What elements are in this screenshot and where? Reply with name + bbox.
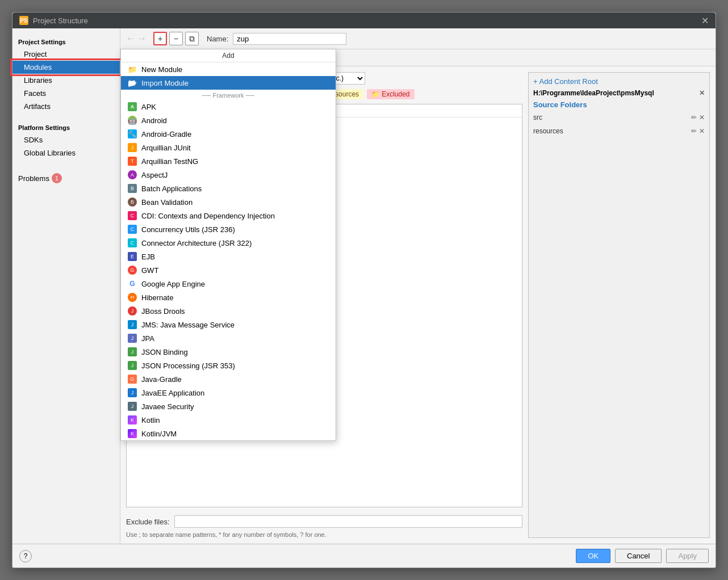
dialog-footer: ? OK Cancel Apply bbox=[12, 544, 716, 568]
import-module-icon: 📂 bbox=[128, 78, 137, 87]
arquillian-junit-icon: J bbox=[128, 143, 137, 152]
sidebar-item-artifacts[interactable]: Artifacts bbox=[12, 100, 120, 113]
platform-settings-title: Platform Settings bbox=[12, 120, 120, 133]
kotlin-item[interactable]: K Kotlin bbox=[121, 413, 336, 427]
project-structure-window: PS Project Structure ✕ Project Settings … bbox=[12, 12, 716, 568]
gwt-item[interactable]: G GWT bbox=[121, 263, 336, 277]
ejb-item[interactable]: E EJB bbox=[121, 250, 336, 263]
android-gradle-item[interactable]: 🔧 Android-Gradle bbox=[121, 127, 336, 141]
cancel-button[interactable]: Cancel bbox=[615, 549, 662, 563]
jms-item[interactable]: J JMS: Java Message Service bbox=[121, 318, 336, 331]
google-app-engine-item[interactable]: G Google App Engine bbox=[121, 277, 336, 291]
src-edit-icon[interactable]: ✏ bbox=[691, 114, 697, 121]
main-content: Project Settings Project Modules Librari… bbox=[12, 28, 716, 544]
batch-applications-item[interactable]: B Batch Applications bbox=[121, 182, 336, 195]
ejb-icon: E bbox=[128, 252, 137, 261]
connector-label: Connector Architecture (JSR 322) bbox=[141, 239, 252, 247]
ok-button[interactable]: OK bbox=[576, 549, 610, 563]
cdi-item[interactable]: C CDI: Contexts and Dependency Injection bbox=[121, 209, 336, 222]
title-bar-left: PS Project Structure bbox=[19, 16, 88, 25]
arquillian-junit-item[interactable]: J Arquillian JUnit bbox=[121, 141, 336, 154]
apk-label: APK bbox=[141, 103, 156, 111]
hibernate-label: Hibernate bbox=[141, 293, 173, 302]
src-delete-icon[interactable]: ✕ bbox=[699, 114, 705, 121]
content-root-path-text: H:\Programme\IdeaProject\pmsMysql bbox=[533, 89, 654, 97]
jboss-item[interactable]: J JBoss Drools bbox=[121, 304, 336, 318]
excluded-icon: 📁 bbox=[371, 90, 380, 98]
exclude-hint: Use ; to separate name patterns, * for a… bbox=[126, 531, 522, 538]
json-binding-item[interactable]: J JSON Binding bbox=[121, 345, 336, 359]
name-input[interactable] bbox=[233, 33, 346, 45]
close-button[interactable]: ✕ bbox=[701, 16, 709, 24]
batch-icon: B bbox=[128, 184, 137, 193]
resources-delete-icon[interactable]: ✕ bbox=[699, 127, 705, 135]
sidebar-item-modules[interactable]: Modules bbox=[12, 61, 120, 74]
jms-label: JMS: Java Message Service bbox=[141, 321, 235, 329]
sidebar-item-global-libraries[interactable]: Global Libraries bbox=[12, 146, 120, 159]
aspectj-icon: A bbox=[128, 170, 137, 179]
apply-button[interactable]: Apply bbox=[666, 549, 709, 563]
aspectj-item[interactable]: A AspectJ bbox=[121, 168, 336, 182]
connector-item[interactable]: C Connector Architecture (JSR 322) bbox=[121, 236, 336, 250]
hibernate-icon: H bbox=[128, 293, 137, 302]
add-content-root-button[interactable]: + Add Content Root bbox=[533, 77, 705, 86]
src-folder-name: src bbox=[533, 114, 542, 121]
resources-edit-icon[interactable]: ✏ bbox=[691, 127, 697, 135]
exclude-area: Exclude files: Use ; to separate name pa… bbox=[126, 512, 522, 538]
concurrency-icon: C bbox=[128, 225, 137, 234]
arquillian-testng-item[interactable]: T Arquillian TestNG bbox=[121, 154, 336, 168]
arquillian-testng-label: Arquillian TestNG bbox=[141, 157, 198, 166]
bean-validation-item[interactable]: B Bean Validation bbox=[121, 195, 336, 209]
copy-button[interactable]: ⧉ bbox=[185, 32, 199, 45]
source-folders-title: Source Folders bbox=[533, 100, 705, 109]
add-button[interactable]: + bbox=[153, 32, 167, 45]
bean-validation-label: Bean Validation bbox=[141, 198, 193, 207]
javaee-security-label: Javaee Security bbox=[141, 402, 194, 411]
forward-arrow[interactable]: → bbox=[137, 33, 147, 44]
src-folder-item: src ✏ ✕ bbox=[533, 112, 705, 123]
java-gradle-item[interactable]: G Java-Gradle bbox=[121, 372, 336, 386]
nav-arrows: ← → bbox=[126, 33, 147, 44]
apk-item[interactable]: A APK bbox=[121, 100, 336, 114]
toolbar: ← → + − ⧉ Name: Add 📁 New Module 📂 bbox=[120, 28, 716, 49]
javaee-security-item[interactable]: J Javaee Security bbox=[121, 400, 336, 413]
content-root-close-icon[interactable]: ✕ bbox=[699, 89, 705, 97]
android-item[interactable]: 🤖 Android bbox=[121, 114, 336, 127]
content-root-path: H:\Programme\IdeaProject\pmsMysql ✕ bbox=[533, 89, 705, 97]
window-title: Project Structure bbox=[33, 16, 88, 25]
help-button[interactable]: ? bbox=[19, 550, 32, 562]
framework-section-title: ── Framework ── bbox=[121, 90, 336, 100]
hibernate-item[interactable]: H Hibernate bbox=[121, 291, 336, 304]
sidebar-item-libraries[interactable]: Libraries bbox=[12, 74, 120, 87]
new-module-icon: 📁 bbox=[128, 65, 137, 74]
sidebar-item-project[interactable]: Project bbox=[12, 48, 120, 61]
json-processing-label: JSON Processing (JSR 353) bbox=[141, 362, 235, 370]
back-arrow[interactable]: ← bbox=[126, 33, 135, 44]
remove-button[interactable]: − bbox=[169, 32, 183, 45]
android-label: Android bbox=[141, 116, 167, 125]
badge-excluded[interactable]: 📁 Excluded bbox=[367, 89, 414, 99]
aspectj-label: AspectJ bbox=[141, 171, 168, 179]
concurrency-label: Concurrency Utils (JSR 236) bbox=[141, 225, 235, 234]
sidebar-item-facets[interactable]: Facets bbox=[12, 87, 120, 100]
concurrency-item[interactable]: C Concurrency Utils (JSR 236) bbox=[121, 222, 336, 236]
kotlin-jvm-icon: K bbox=[128, 429, 137, 438]
javaee-application-item[interactable]: J JavaEE Application bbox=[121, 386, 336, 400]
title-bar: PS Project Structure ✕ bbox=[12, 12, 716, 28]
json-processing-item[interactable]: J JSON Processing (JSR 353) bbox=[121, 359, 336, 372]
gwt-icon: G bbox=[128, 266, 137, 275]
google-icon: G bbox=[128, 279, 137, 288]
jpa-item[interactable]: J JPA bbox=[121, 331, 336, 345]
kotlin-jvm-item[interactable]: K Kotlin/JVM bbox=[121, 427, 336, 440]
import-module-item[interactable]: 📂 Import Module bbox=[121, 76, 336, 90]
json-binding-icon: J bbox=[128, 347, 137, 356]
google-app-engine-label: Google App Engine bbox=[141, 280, 205, 288]
content-area: ← → + − ⧉ Name: Add 📁 New Module 📂 bbox=[120, 28, 716, 544]
resources-folder-name: resources bbox=[533, 127, 563, 135]
new-module-item[interactable]: 📁 New Module bbox=[121, 62, 336, 76]
exclude-input[interactable] bbox=[174, 515, 522, 528]
problems-section: Problems 1 bbox=[12, 171, 120, 186]
sidebar-item-sdks[interactable]: SDKs bbox=[12, 133, 120, 146]
bean-icon: B bbox=[128, 197, 137, 207]
problems-badge: 1 bbox=[52, 173, 62, 183]
